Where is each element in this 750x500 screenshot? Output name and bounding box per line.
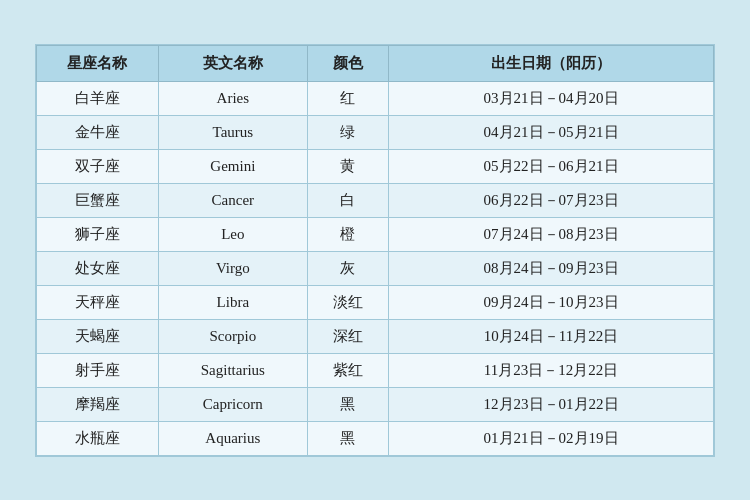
zodiac-table: 星座名称 英文名称 颜色 出生日期（阳历） 白羊座Aries红03月21日－04… xyxy=(36,45,714,456)
cell-date: 03月21日－04月20日 xyxy=(389,81,714,115)
cell-color: 黑 xyxy=(307,421,388,455)
table-row: 双子座Gemini黄05月22日－06月21日 xyxy=(37,149,714,183)
table-row: 处女座Virgo灰08月24日－09月23日 xyxy=(37,251,714,285)
cell-english: Libra xyxy=(158,285,307,319)
cell-date: 11月23日－12月22日 xyxy=(389,353,714,387)
zodiac-table-container: 星座名称 英文名称 颜色 出生日期（阳历） 白羊座Aries红03月21日－04… xyxy=(35,44,715,457)
cell-chinese: 双子座 xyxy=(37,149,159,183)
cell-date: 04月21日－05月21日 xyxy=(389,115,714,149)
cell-english: Gemini xyxy=(158,149,307,183)
cell-color: 红 xyxy=(307,81,388,115)
table-header-row: 星座名称 英文名称 颜色 出生日期（阳历） xyxy=(37,45,714,81)
header-chinese: 星座名称 xyxy=(37,45,159,81)
cell-date: 10月24日－11月22日 xyxy=(389,319,714,353)
cell-english: Taurus xyxy=(158,115,307,149)
cell-english: Capricorn xyxy=(158,387,307,421)
cell-chinese: 巨蟹座 xyxy=(37,183,159,217)
cell-color: 橙 xyxy=(307,217,388,251)
table-row: 水瓶座Aquarius黑01月21日－02月19日 xyxy=(37,421,714,455)
cell-color: 深红 xyxy=(307,319,388,353)
cell-chinese: 水瓶座 xyxy=(37,421,159,455)
table-row: 金牛座Taurus绿04月21日－05月21日 xyxy=(37,115,714,149)
table-row: 射手座Sagittarius紫红11月23日－12月22日 xyxy=(37,353,714,387)
cell-color: 黄 xyxy=(307,149,388,183)
cell-color: 绿 xyxy=(307,115,388,149)
cell-date: 06月22日－07月23日 xyxy=(389,183,714,217)
cell-color: 白 xyxy=(307,183,388,217)
cell-date: 01月21日－02月19日 xyxy=(389,421,714,455)
table-row: 巨蟹座Cancer白06月22日－07月23日 xyxy=(37,183,714,217)
cell-chinese: 白羊座 xyxy=(37,81,159,115)
header-date: 出生日期（阳历） xyxy=(389,45,714,81)
cell-color: 紫红 xyxy=(307,353,388,387)
cell-color: 黑 xyxy=(307,387,388,421)
cell-date: 09月24日－10月23日 xyxy=(389,285,714,319)
cell-english: Cancer xyxy=(158,183,307,217)
cell-chinese: 金牛座 xyxy=(37,115,159,149)
cell-date: 12月23日－01月22日 xyxy=(389,387,714,421)
cell-chinese: 天蝎座 xyxy=(37,319,159,353)
cell-date: 07月24日－08月23日 xyxy=(389,217,714,251)
cell-date: 08月24日－09月23日 xyxy=(389,251,714,285)
cell-chinese: 摩羯座 xyxy=(37,387,159,421)
table-row: 狮子座Leo橙07月24日－08月23日 xyxy=(37,217,714,251)
cell-english: Aquarius xyxy=(158,421,307,455)
table-row: 天蝎座Scorpio深红10月24日－11月22日 xyxy=(37,319,714,353)
header-color: 颜色 xyxy=(307,45,388,81)
cell-english: Scorpio xyxy=(158,319,307,353)
cell-color: 淡红 xyxy=(307,285,388,319)
table-row: 摩羯座Capricorn黑12月23日－01月22日 xyxy=(37,387,714,421)
cell-chinese: 天秤座 xyxy=(37,285,159,319)
cell-date: 05月22日－06月21日 xyxy=(389,149,714,183)
table-row: 白羊座Aries红03月21日－04月20日 xyxy=(37,81,714,115)
cell-english: Virgo xyxy=(158,251,307,285)
cell-english: Leo xyxy=(158,217,307,251)
cell-chinese: 处女座 xyxy=(37,251,159,285)
cell-color: 灰 xyxy=(307,251,388,285)
cell-chinese: 射手座 xyxy=(37,353,159,387)
cell-chinese: 狮子座 xyxy=(37,217,159,251)
cell-english: Sagittarius xyxy=(158,353,307,387)
header-english: 英文名称 xyxy=(158,45,307,81)
table-row: 天秤座Libra淡红09月24日－10月23日 xyxy=(37,285,714,319)
cell-english: Aries xyxy=(158,81,307,115)
